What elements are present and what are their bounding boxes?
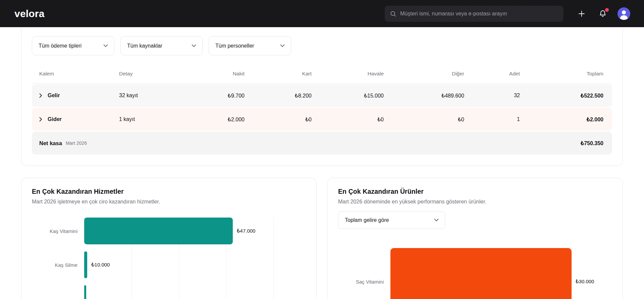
payment-type-select[interactable]: Tüm ödeme tipleri: [32, 36, 114, 55]
user-avatar[interactable]: [618, 7, 630, 20]
chevron-down-icon: [280, 44, 285, 47]
cell-kart: ₺8.200: [245, 93, 312, 99]
bar-value-label: ₺10.000: [91, 262, 110, 268]
products-bar-chart: Saç Vitamini ₺30.000: [338, 248, 612, 299]
cell-havale: ₺15.000: [312, 93, 384, 99]
col-nakit: Nakit: [187, 71, 245, 77]
chevron-right-icon[interactable]: [39, 117, 42, 122]
net-cash-label: Net kasa: [39, 140, 62, 146]
cell-toplam: ₺2.000: [520, 116, 612, 123]
chevron-down-icon: [103, 44, 108, 47]
search-box[interactable]: [385, 6, 564, 22]
payment-type-select-value: Tüm ödeme tipleri: [39, 43, 82, 49]
bar-value-label: ₺30.000: [576, 279, 594, 285]
bar-kas-vitamini[interactable]: [84, 218, 233, 244]
bar-kas-silme[interactable]: [84, 251, 87, 278]
card-subtitle: Mart 2026 işletmeye en çok ciro kazandır…: [32, 199, 306, 205]
top-nav: velora: [0, 0, 644, 27]
col-adet: Adet: [464, 71, 520, 77]
cell-nakit: ₺2.000: [187, 116, 245, 123]
table-row-gider[interactable]: Gider 1 kayıt ₺2.000 ₺0 ₺0 ₺0 1 ₺2.000: [32, 108, 612, 131]
sort-by-select[interactable]: Toplam gelire göre: [338, 211, 445, 229]
top-products-card: En Çok Kazandıran Ürünler Mart 2026 döne…: [327, 178, 623, 299]
staff-select[interactable]: Tüm personeller: [209, 36, 291, 55]
row-label: Gider: [48, 116, 62, 122]
net-cash-total: ₺750.350: [581, 140, 603, 146]
table-row-gelir[interactable]: Gelir 32 kayıt ₺9.700 ₺8.200 ₺15.000 ₺48…: [32, 84, 612, 107]
row-detail: 1 kayıt: [112, 116, 187, 122]
bar-value-label: ₺47.000: [237, 228, 255, 234]
search-icon: [390, 10, 396, 17]
add-button[interactable]: [578, 10, 586, 18]
search-input[interactable]: [400, 11, 558, 17]
cash-summary-card: Tüm ödeme tipleri Tüm kaynaklar Tüm pers…: [21, 27, 623, 166]
cell-adet: 1: [464, 116, 520, 122]
table-header: Kalem Detay Nakit Kart Havale Diğer Adet…: [32, 64, 612, 83]
chart-cards: En Çok Kazandıran Hizmetler Mart 2026 iş…: [21, 178, 623, 299]
partial-bar: [84, 285, 86, 299]
chevron-right-icon[interactable]: [39, 93, 42, 98]
cell-nakit: ₺9.700: [187, 93, 245, 99]
bar-sac-vitamini[interactable]: [390, 248, 572, 299]
row-label: Gelir: [48, 93, 60, 99]
chevron-down-icon: [192, 44, 196, 47]
col-diger: Diğer: [384, 71, 464, 77]
col-havale: Havale: [312, 71, 384, 77]
card-title: En Çok Kazandıran Ürünler: [338, 188, 612, 195]
filter-bar: Tüm ödeme tipleri Tüm kaynaklar Tüm pers…: [32, 36, 612, 55]
net-cash-period: Mart 2026: [66, 140, 87, 146]
card-subtitle: Mart 2026 döneminde en yüksek performans…: [338, 199, 612, 205]
notification-badge: [605, 8, 609, 12]
bar-category-label: Kaş Vitamini: [32, 228, 77, 234]
cell-havale: ₺0: [312, 116, 384, 123]
bar-category-label: Saç Vitamini: [338, 279, 384, 285]
net-cash-row: Net kasa Mart 2026 ₺750.350: [32, 132, 612, 155]
col-toplam: Toplam: [520, 71, 612, 77]
cell-kart: ₺0: [245, 116, 312, 123]
row-detail: 32 kayıt: [112, 93, 187, 99]
col-kart: Kart: [245, 71, 312, 77]
bar-row: Kaş Vitamini ₺47.000: [32, 218, 306, 244]
col-detay: Detay: [112, 71, 187, 77]
chevron-down-icon: [434, 219, 439, 222]
person-icon: [618, 7, 630, 20]
col-kalem: Kalem: [32, 71, 112, 77]
notifications-button[interactable]: [598, 9, 607, 18]
bar-row-partial: [32, 285, 306, 299]
bar-row: Kaş Silme ₺10.000: [32, 251, 306, 278]
source-select[interactable]: Tüm kaynaklar: [120, 36, 203, 55]
top-services-card: En Çok Kazandıran Hizmetler Mart 2026 iş…: [21, 178, 317, 299]
sort-by-select-value: Toplam gelire göre: [345, 217, 389, 223]
card-title: En Çok Kazandıran Hizmetler: [32, 188, 306, 195]
cell-diger: ₺0: [384, 116, 464, 123]
services-bar-chart: Kaş Vitamini ₺47.000 Kaş Silme ₺10.000: [32, 218, 306, 299]
bar-category-label: Kaş Silme: [32, 262, 77, 268]
staff-select-value: Tüm personeller: [215, 43, 254, 49]
source-select-value: Tüm kaynaklar: [127, 43, 162, 49]
cell-diger: ₺489.600: [384, 93, 464, 99]
cell-adet: 32: [464, 93, 520, 99]
cell-toplam: ₺522.500: [520, 93, 612, 99]
app-logo[interactable]: velora: [14, 8, 45, 19]
bar-row: Saç Vitamini ₺30.000: [338, 248, 612, 299]
